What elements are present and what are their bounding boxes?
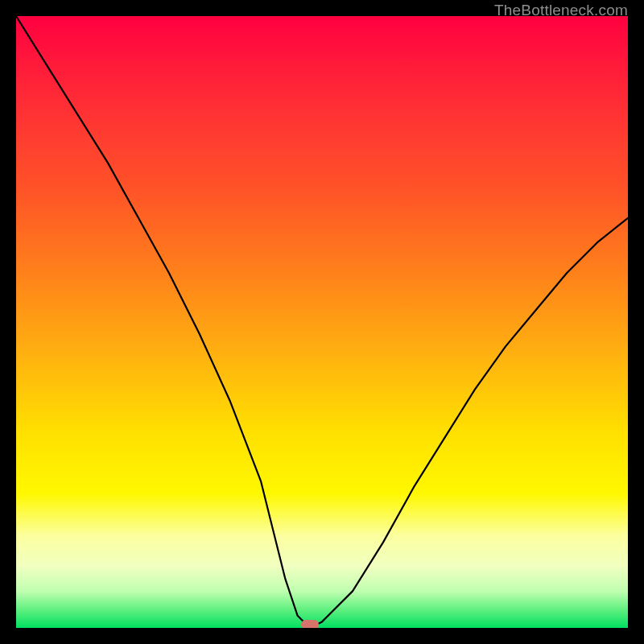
bottleneck-curve-path	[16, 16, 628, 628]
chart-plot-area	[16, 16, 628, 628]
bottleneck-curve	[16, 16, 628, 628]
optimum-marker	[301, 620, 319, 628]
